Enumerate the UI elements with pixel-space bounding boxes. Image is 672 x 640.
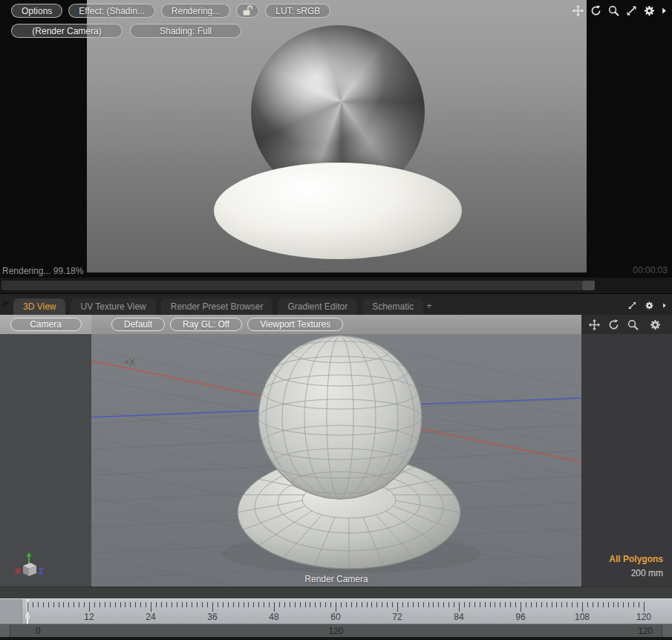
- shading-button[interactable]: Shading: Full: [130, 24, 241, 38]
- ruler-tick: [336, 602, 336, 612]
- ruler-tick: [628, 602, 629, 607]
- ruler-tick: [244, 602, 244, 607]
- rotate-button[interactable]: [588, 3, 603, 18]
- zoom-button[interactable]: [606, 3, 621, 18]
- viewport-settings-button[interactable]: [647, 317, 662, 332]
- ruler-tick: [264, 602, 264, 607]
- add-tab-button[interactable]: +: [426, 300, 432, 311]
- ray-gl-button[interactable]: Ray GL: Off: [170, 318, 242, 331]
- ruler-tick: [593, 602, 593, 607]
- settings-button[interactable]: [642, 3, 656, 18]
- options-button[interactable]: Options: [11, 4, 62, 18]
- ruler-tick: [547, 602, 547, 607]
- ruler-tick: [161, 602, 162, 607]
- ruler-tick: [202, 602, 203, 607]
- scrollbar-end-cap[interactable]: [582, 281, 595, 290]
- axis-orientation-label: +X: [124, 357, 135, 368]
- tab-bar: 3D ViewUV Texture ViewRender Preset Brow…: [0, 294, 672, 315]
- ruler-tick: [495, 602, 495, 607]
- pane-settings-button[interactable]: [644, 300, 654, 310]
- pane-corner-widget[interactable]: [2, 300, 10, 310]
- pane-menu-button[interactable]: [659, 3, 668, 18]
- ruler-tick: [490, 602, 491, 607]
- timeline-ruler[interactable]: 01224364860728496108120: [0, 598, 672, 624]
- ruler-tick: [130, 602, 131, 607]
- maximize-icon: [627, 301, 637, 310]
- maximize-button[interactable]: [624, 3, 639, 18]
- ruler-tick: [84, 602, 85, 607]
- ruler-tick: [402, 602, 403, 607]
- zoom-button[interactable]: [625, 317, 640, 332]
- ruler-tick: [212, 602, 213, 612]
- ruler-tick: [515, 602, 516, 607]
- ruler-tick: [295, 602, 296, 607]
- lut-button[interactable]: LUT: sRGB: [265, 4, 330, 18]
- scrollbar-thumb[interactable]: [1, 281, 582, 290]
- viewport-3d-canvas[interactable]: +X Render Camera: [91, 334, 581, 587]
- viewport-textures-button[interactable]: Viewport Textures: [247, 318, 343, 331]
- rendering-button[interactable]: Rendering...: [161, 4, 230, 18]
- pan-button[interactable]: [570, 3, 585, 18]
- camera-view-button[interactable]: Camera: [10, 318, 82, 331]
- render-toolbar-row1: Options Effect: (Shadin... Rendering... …: [11, 4, 330, 18]
- shading-style-button[interactable]: Default: [111, 318, 165, 331]
- tab-render-preset-browser[interactable]: Render Preset Browser: [161, 298, 273, 315]
- tab-uv-texture-view[interactable]: UV Texture View: [71, 298, 155, 315]
- tab-schematic[interactable]: Schematic: [362, 298, 423, 315]
- effect-button[interactable]: Effect: (Shadin...: [68, 4, 155, 18]
- pane-menu-button[interactable]: [661, 300, 668, 310]
- viewport-toolbar-left: Camera: [0, 315, 91, 334]
- ruler-tick: [38, 602, 39, 607]
- ruler-tick: [603, 602, 604, 607]
- ruler-tick: [408, 602, 408, 607]
- lock-button[interactable]: [236, 4, 259, 18]
- ruler-tick: [33, 602, 33, 607]
- render-camera-button[interactable]: (Render Camera): [11, 24, 123, 38]
- horizontal-scrollbar[interactable]: [0, 278, 672, 294]
- tab-gradient-editor[interactable]: Gradient Editor: [278, 298, 357, 315]
- ruler-tick: [567, 602, 567, 607]
- ruler-frame-label: 96: [515, 612, 525, 622]
- ruler-tick: [521, 602, 521, 612]
- ruler-tick: [443, 602, 444, 607]
- viewport-pane: X Z +: [0, 334, 672, 587]
- range-end-value: 120: [638, 626, 653, 636]
- ruler-tick: [300, 602, 301, 607]
- ruler-tick: [125, 602, 125, 607]
- ruler-tick: [356, 602, 357, 607]
- ruler-frame-label: 12: [84, 612, 94, 622]
- ruler-frame-label: 84: [454, 612, 463, 622]
- ruler-left-cap: [0, 599, 22, 624]
- ruler-tick: [505, 602, 506, 607]
- ruler-tick: [320, 602, 321, 607]
- pan-button[interactable]: [587, 317, 601, 332]
- ruler-tick: [315, 602, 316, 607]
- ruler-tick: [258, 602, 259, 607]
- maximize-pane-button[interactable]: [627, 300, 637, 310]
- axis-gizmo: X Z: [10, 551, 46, 582]
- zoom-icon: [627, 319, 639, 331]
- tab-list: 3D ViewUV Texture ViewRender Preset Brow…: [13, 298, 423, 315]
- ruler-tick: [531, 602, 532, 607]
- ruler-tick: [413, 602, 414, 607]
- unlock-icon: [241, 4, 254, 17]
- ruler-tick: [536, 602, 537, 607]
- selection-mode-label[interactable]: All Polygons: [609, 554, 663, 564]
- ruler-tick: [43, 602, 44, 607]
- ruler-tick: [418, 602, 419, 607]
- ruler-tick: [248, 602, 249, 607]
- render-preview-canvas[interactable]: [87, 0, 587, 272]
- tab-3d-view[interactable]: 3D View: [13, 298, 65, 315]
- ruler-tick: [192, 602, 192, 607]
- rotate-icon: [607, 319, 620, 331]
- rotate-button[interactable]: [606, 317, 621, 332]
- ruler-tick: [572, 602, 572, 607]
- ruler-tick: [68, 602, 69, 607]
- ruler-tick: [341, 602, 342, 607]
- ruler-tick: [53, 602, 54, 607]
- ruler-tick: [140, 602, 141, 607]
- ruler-tick: [105, 602, 105, 607]
- ruler-tick: [172, 602, 172, 607]
- ruler-tick: [94, 602, 95, 607]
- range-bar[interactable]: 0 120 120: [0, 624, 672, 637]
